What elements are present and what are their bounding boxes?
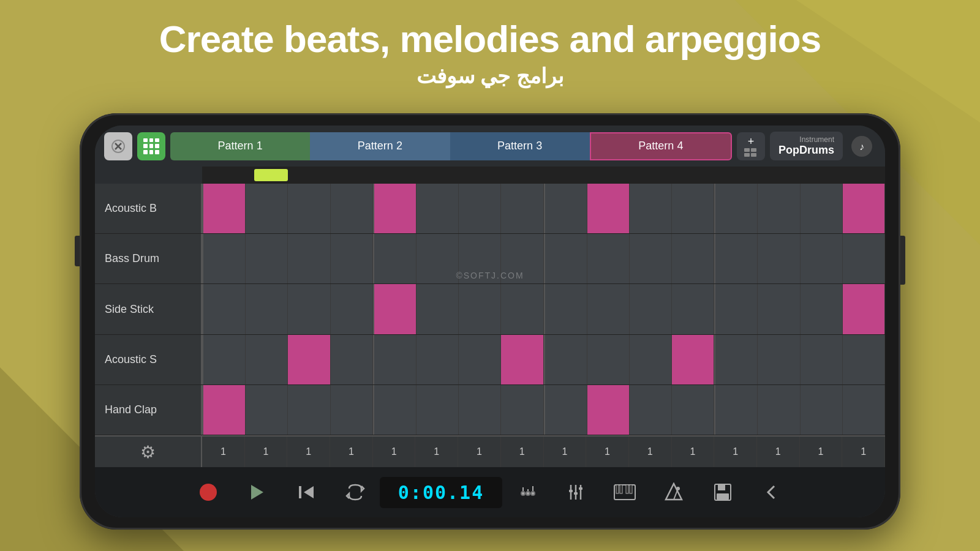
seq-cell[interactable] [630,335,672,384]
seq-cell[interactable] [672,284,714,334]
num-cell-9[interactable]: 1 [586,437,629,467]
instruments-button[interactable] [502,467,551,517]
seq-cell[interactable] [246,234,288,283]
num-cell-6[interactable]: 1 [458,437,501,467]
seq-cell[interactable] [630,234,672,283]
seq-cell[interactable] [501,335,543,384]
grid-view-button[interactable] [137,132,165,160]
num-cell-0[interactable]: 1 [202,437,245,467]
seq-cell[interactable] [714,184,758,233]
num-cell-1[interactable]: 1 [245,437,288,467]
seq-cell[interactable] [288,385,330,435]
seq-cell[interactable] [331,234,373,283]
seq-cell[interactable] [202,385,246,435]
metronome-button[interactable] [649,467,698,517]
num-cell-15[interactable]: 1 [842,437,885,467]
seq-cell[interactable] [801,335,843,384]
seq-cell[interactable] [246,335,288,384]
seq-cell[interactable] [544,184,587,233]
mixer-button[interactable] [551,467,600,517]
num-cell-3[interactable]: 1 [330,437,373,467]
seq-cell[interactable] [202,335,246,384]
seq-cell[interactable] [417,284,459,334]
seq-cell[interactable] [714,234,758,283]
seq-cell[interactable] [714,335,758,384]
seq-cell[interactable] [672,385,714,435]
seq-cell[interactable] [459,184,501,233]
settings-button[interactable]: ⚙ [95,437,202,467]
seq-cell[interactable] [202,284,246,334]
seq-cell[interactable] [459,335,501,384]
seq-cell[interactable] [501,284,543,334]
seq-cell[interactable] [801,385,843,435]
seq-cell[interactable] [714,385,758,435]
seq-cell[interactable] [801,234,843,283]
seq-cell[interactable] [373,284,417,334]
seq-cell[interactable] [501,184,543,233]
seq-cell[interactable] [843,234,885,283]
seq-cell[interactable] [843,335,885,384]
seq-cell[interactable] [246,284,288,334]
num-cell-7[interactable]: 1 [501,437,544,467]
num-cell-10[interactable]: 1 [629,437,672,467]
seq-cell[interactable] [587,234,630,283]
seq-cell[interactable] [288,184,330,233]
seq-cell[interactable] [373,335,417,384]
seq-cell[interactable] [672,234,714,283]
pattern-tab-4[interactable]: Pattern 4 [590,132,732,160]
seq-cell[interactable] [288,234,330,283]
num-cell-8[interactable]: 1 [544,437,587,467]
seq-cell[interactable] [417,385,459,435]
record-button[interactable] [184,467,233,517]
seq-cell[interactable] [459,234,501,283]
seq-cell[interactable] [672,184,714,233]
seq-cell[interactable] [202,184,246,233]
seq-cell[interactable] [801,284,843,334]
back-button[interactable] [747,467,796,517]
seq-cell[interactable] [544,234,587,283]
num-cell-4[interactable]: 1 [373,437,416,467]
seq-cell[interactable] [373,385,417,435]
num-cell-5[interactable]: 1 [415,437,458,467]
save-button[interactable] [698,467,747,517]
seq-cell[interactable] [587,335,630,384]
seq-cell[interactable] [331,335,373,384]
seq-cell[interactable] [630,385,672,435]
seq-cell[interactable] [714,284,758,334]
close-button[interactable] [104,132,132,160]
seq-cell[interactable] [843,284,885,334]
seq-cell[interactable] [544,335,587,384]
seq-cell[interactable] [544,385,587,435]
seq-cell[interactable] [417,335,459,384]
seq-cell[interactable] [246,184,288,233]
num-cell-14[interactable]: 1 [800,437,843,467]
seq-cell[interactable] [373,184,417,233]
seq-cell[interactable] [843,184,885,233]
seq-cell[interactable] [587,385,630,435]
add-pattern-button[interactable]: + [737,132,765,160]
seq-cell[interactable] [373,234,417,283]
seq-cell[interactable] [417,184,459,233]
seq-cell[interactable] [501,234,543,283]
seq-cell[interactable] [758,184,800,233]
seq-cell[interactable] [459,385,501,435]
seq-cell[interactable] [331,284,373,334]
pattern-tab-2[interactable]: Pattern 2 [310,132,450,160]
pattern-tab-1[interactable]: Pattern 1 [170,132,310,160]
seq-cell[interactable] [630,184,672,233]
num-cell-13[interactable]: 1 [757,437,800,467]
seq-cell[interactable] [758,385,800,435]
seq-cell[interactable] [587,284,630,334]
loop-button[interactable] [331,467,380,517]
seq-cell[interactable] [758,234,800,283]
seq-cell[interactable] [630,284,672,334]
seq-cell[interactable] [331,385,373,435]
seq-cell[interactable] [672,335,714,384]
num-cell-12[interactable]: 1 [714,437,757,467]
seq-cell[interactable] [801,184,843,233]
pattern-tab-3[interactable]: Pattern 3 [450,132,590,160]
seq-cell[interactable] [246,385,288,435]
play-button[interactable] [233,467,282,517]
seq-cell[interactable] [501,385,543,435]
instrument-selector[interactable]: Instrument PopDrums [770,132,843,160]
